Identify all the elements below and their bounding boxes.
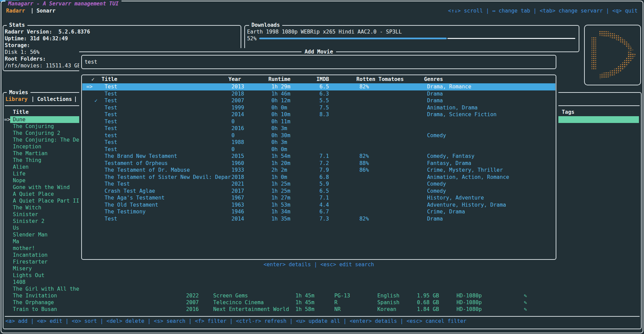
movie-quality-cell: HD-1080p <box>457 299 482 306</box>
result-genres: Crime, Drama <box>427 208 465 215</box>
app-title: Managarr - A Servarr management TUI <box>5 0 121 7</box>
result-year: 2016 <box>231 125 244 132</box>
result-row[interactable]: Crash Test Aglae20171h 25m6.5Comedy <box>82 188 555 195</box>
movie-rating-cell: R <box>334 299 337 306</box>
edit-pencil-icon[interactable]: ✎ <box>524 299 527 306</box>
movie-title: The Thing <box>13 157 41 164</box>
result-runtime: 1h 27m <box>271 194 290 201</box>
movie-title: The Conjuring 2 <box>13 130 60 137</box>
result-genres: Animation, Drama <box>427 104 478 111</box>
result-title: Test <box>105 97 117 104</box>
result-imdb: 7.9 <box>319 167 329 173</box>
movie-title: Lights Out <box>13 272 44 279</box>
movie-runtime-cell: 1h 58m <box>295 306 314 313</box>
movie-year-cell: 2007 <box>186 299 199 306</box>
result-runtime: 1h 35m <box>271 215 290 222</box>
result-row[interactable]: Test20141h 35m7.382%Drama <box>82 215 555 223</box>
result-title: The Old Testament <box>105 202 158 208</box>
result-row[interactable]: Test19880h 3m <box>82 139 555 146</box>
edit-pencil-icon[interactable]: ✎ <box>524 306 527 313</box>
movie-studio-cell: Telecinco Cinema <box>213 299 264 306</box>
result-imdb: 7.1 <box>319 153 329 160</box>
result-row[interactable]: Test00h 0m <box>82 146 555 153</box>
result-runtime: 0h 3m <box>271 139 287 146</box>
result-runtime: 1h 25m <box>271 188 290 194</box>
result-row[interactable]: Test00h 11m <box>82 118 555 125</box>
movie-quality-cell: HD-1080p <box>457 306 482 313</box>
result-row[interactable]: The Aga's Testament19671h 27m7.1History,… <box>82 194 555 202</box>
result-year: 0 <box>231 146 235 153</box>
result-row[interactable]: Testament of Orpheus19601h 20m7.288%Fant… <box>82 160 555 167</box>
result-year: 2015 <box>231 153 244 160</box>
result-imdb: 7.2 <box>319 160 329 167</box>
result-runtime: 2h 2m <box>271 167 287 173</box>
result-row[interactable]: Test20160h 3m <box>82 125 555 132</box>
result-title: Test <box>105 83 117 90</box>
result-title: The Brand New Testament <box>105 153 177 160</box>
result-row[interactable]: The Brand New Testament20151h 54m7.182%C… <box>82 153 555 160</box>
movies-panel-title: Movies <box>7 89 30 96</box>
result-row[interactable]: Test20140h 10m8.3Drama, Science Fiction <box>82 111 555 118</box>
result-title: Test <box>105 215 117 222</box>
result-runtime: 0h 30m <box>271 132 290 139</box>
checkmark-icon: ✓ <box>94 97 97 104</box>
movie-title: mother! <box>13 245 35 252</box>
downloads-panel-title: Downloads <box>249 22 282 28</box>
result-row[interactable]: The Testament of Dr. Mabuse19332h 2m7.98… <box>82 167 555 174</box>
result-year: 0 <box>231 118 235 125</box>
search-results-rows: =>Test20131h 29m6.582%Drama, RomanceTest… <box>79 48 558 292</box>
result-title: Test <box>105 111 117 118</box>
library-list-item[interactable]: The Orphanage <box>0 299 644 306</box>
movie-title: Ma <box>13 238 19 245</box>
tab-sonarr[interactable]: Sonarr <box>37 7 55 14</box>
add-movie-modal: Add Movie ✓ Title Year Runtime IMDB Rott… <box>79 48 558 292</box>
movie-title: Us <box>13 225 19 231</box>
selection-arrow: => <box>4 116 10 123</box>
result-imdb: 7.1 <box>319 194 329 201</box>
result-row[interactable]: =>Test20131h 29m6.582%Drama, Romance <box>82 83 555 90</box>
result-runtime: 0h 0m <box>271 146 287 153</box>
movie-title: Slender Man <box>13 231 48 238</box>
result-rotten-tomatoes: 86% <box>359 167 369 173</box>
result-runtime: 1h 0m <box>271 174 287 181</box>
movie-title: 1408 <box>13 279 25 286</box>
result-runtime: 1h 53m <box>271 202 290 208</box>
result-row[interactable]: The Old Testament19631h 53m4.4Adventure,… <box>82 202 555 209</box>
library-list-item[interactable]: The Invitation <box>0 292 644 299</box>
result-title: The Test <box>105 181 130 187</box>
result-row[interactable]: test00h 30mComedy <box>82 132 555 139</box>
movie-year-cell: 2016 <box>186 306 199 313</box>
result-row[interactable]: The Testimony19461h 34m6.7Crime, Drama <box>82 208 555 215</box>
edit-pencil-icon[interactable]: ✎ <box>524 292 527 299</box>
movie-title: Incantation <box>13 252 48 258</box>
result-imdb: 6.7 <box>319 208 329 215</box>
tab-divider <box>32 8 32 14</box>
result-imdb: 7.3 <box>319 215 329 222</box>
result-title: Testament of Orpheus <box>105 160 168 167</box>
result-title: The Testament of Dr. Mabuse <box>105 167 190 173</box>
result-year: 1988 <box>231 139 244 146</box>
result-title: Test <box>105 118 117 125</box>
result-runtime: 1h 29m <box>271 83 290 90</box>
movie-runtime-cell: 1h 45m <box>295 299 314 306</box>
result-imdb: 6.5 <box>319 188 329 194</box>
result-runtime: 1h 46m <box>271 90 290 97</box>
movie-title: Life <box>13 170 25 177</box>
result-year: 1946 <box>231 208 244 215</box>
result-genres: Drama <box>427 90 443 97</box>
selection-arrow: => <box>86 83 93 90</box>
result-row[interactable]: Test20181h 46m6.3Drama <box>82 90 555 98</box>
result-row[interactable]: Test19990h 0m7.5Animation, Drama <box>82 104 555 111</box>
result-year: 0 <box>231 132 235 139</box>
result-row[interactable]: The Testament of Sister New Devil: Depar… <box>82 174 555 181</box>
movie-year-cell: 2022 <box>186 292 199 299</box>
tab-radarr[interactable]: Radarr <box>6 7 25 14</box>
result-year: 2017 <box>231 188 244 194</box>
result-row[interactable]: ✓Test20070h 12m5.5Drama <box>82 97 555 104</box>
result-row[interactable]: The Test20211h 25m5.9Comedy <box>82 181 555 188</box>
library-list-item[interactable]: Train to Busan <box>0 306 644 313</box>
movie-title: The Witch <box>13 204 41 211</box>
result-genres: Comedy <box>427 188 446 194</box>
result-runtime: 1h 54m <box>271 153 290 160</box>
result-year: 1963 <box>231 202 244 208</box>
